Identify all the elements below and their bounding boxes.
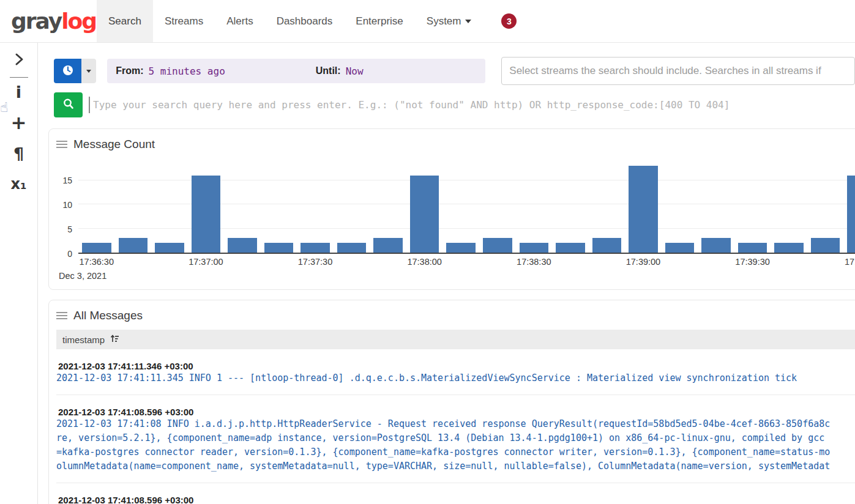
search-query-input[interactable] <box>90 92 855 117</box>
x-tick-label: 17:39:30 <box>735 257 769 267</box>
message-count-chart: 051015 <box>49 161 855 254</box>
panel-title: All Messages <box>73 309 143 322</box>
nav-item-label: Search <box>108 15 141 28</box>
chevron-down-icon <box>465 20 471 23</box>
chart-bar <box>337 243 367 253</box>
main-content: From: 5 minutes ago Until: Now <box>39 43 855 504</box>
chart-bar <box>483 238 512 253</box>
chart-bar <box>738 243 767 253</box>
pilcrow-icon[interactable]: ¶ <box>0 146 37 162</box>
graylog-logo[interactable]: graylog <box>11 0 89 42</box>
search-controls: From: 5 minutes ago Until: Now <box>39 43 855 117</box>
chart-plot[interactable] <box>78 161 855 254</box>
all-messages-panel: All Messages timestamp 2021-12-03 17:41:… <box>48 300 855 504</box>
timestamp-column-header[interactable]: timestamp <box>56 330 855 349</box>
chart-bar <box>701 238 731 253</box>
x-tick-label: 17:37:00 <box>189 257 223 267</box>
chart-bar <box>119 238 148 253</box>
message-timestamp: 2021-12-03 17:41:08.596 +03:00 <box>56 407 855 417</box>
x-subscript-one-icon[interactable]: x₁ <box>0 177 37 191</box>
chart-bar <box>556 243 585 253</box>
nav-items: SearchStreamsAlertsDashboardsEnterpriseS… <box>97 0 483 42</box>
y-tick-label: 10 <box>62 201 72 209</box>
chart-bar <box>847 176 855 253</box>
chart-bar <box>155 243 184 253</box>
message-text-line: =kafka-postgres connector reader, versio… <box>56 445 855 459</box>
message-timestamp: 2021-12-03 17:41:08.596 +03:00 <box>56 495 855 504</box>
chevron-right-icon[interactable] <box>12 53 26 69</box>
until-label: Until: <box>316 65 341 76</box>
nav-item-alerts[interactable]: Alerts <box>215 0 264 42</box>
left-sidebar: i + ¶ x₁ <box>0 43 38 504</box>
message-text-line: re, version=5.2.1}, {component_name=adp … <box>56 431 855 445</box>
chart-bar <box>520 243 549 253</box>
x-tick-label: 17:39:00 <box>626 257 660 267</box>
info-icon[interactable]: i <box>0 84 37 100</box>
message-text-line: olumnMetadata(name=component_name, syste… <box>56 459 855 473</box>
search-submit-button[interactable] <box>54 92 83 117</box>
sidebar-divider <box>10 77 28 78</box>
chart-bar <box>192 176 221 253</box>
x-tick-label: 17:40:00 <box>845 257 855 267</box>
chart-bar <box>592 238 622 253</box>
plus-icon[interactable]: + <box>0 113 37 132</box>
nav-item-label: Alerts <box>226 15 253 28</box>
nav-item-streams[interactable]: Streams <box>153 0 215 42</box>
message-text-line: 2021-12-03 17:41:11.345 INFO 1 --- [ntlo… <box>56 371 855 385</box>
x-tick-label: 17:37:30 <box>298 257 332 267</box>
from-value: 5 minutes ago <box>149 65 225 77</box>
chart-date-label: Dec 3, 2021 <box>59 271 855 281</box>
nav-item-dashboards[interactable]: Dashboards <box>265 0 345 42</box>
chart-bar <box>410 176 439 253</box>
chart-bar <box>228 238 257 253</box>
drag-handle-icon[interactable] <box>56 312 67 313</box>
until-value: Now <box>346 65 364 77</box>
nav-item-enterprise[interactable]: Enterprise <box>344 0 414 42</box>
logo-text-gray: gray <box>11 9 61 34</box>
panel-title: Message Count <box>73 138 155 151</box>
message-row[interactable]: 2021-12-03 17:41:08.596 +03:00 <box>56 495 855 504</box>
x-tick-label: 17:38:30 <box>517 257 551 267</box>
chart-bar <box>811 238 840 253</box>
top-navigation: graylog SearchStreamsAlertsDashboardsEnt… <box>0 0 855 43</box>
search-icon <box>62 98 75 112</box>
time-range-dropdown-button[interactable] <box>81 59 96 83</box>
column-header-label: timestamp <box>62 335 105 345</box>
chart-bar <box>629 166 658 253</box>
chart-bar <box>264 243 294 253</box>
message-list: 2021-12-03 17:41:11.346 +03:002021-12-03… <box>49 361 855 504</box>
chart-bar <box>82 243 111 253</box>
sort-ascending-icon[interactable] <box>110 334 119 345</box>
chart-xaxis: 17:36:3017:37:0017:37:3017:38:0017:38:30… <box>78 254 855 267</box>
clock-icon <box>62 64 74 78</box>
from-label: From: <box>116 65 143 76</box>
nav-item-search[interactable]: Search <box>97 0 153 42</box>
message-count-panel: Message Count 051015 17:36:3017:37:0017:… <box>48 128 855 290</box>
nav-item-label: Enterprise <box>356 15 403 28</box>
nav-item-label: System <box>427 15 461 28</box>
chart-bar <box>665 243 695 253</box>
chevron-down-icon <box>86 70 91 73</box>
x-tick-label: 17:38:00 <box>407 257 441 267</box>
chart-bar <box>301 243 330 253</box>
y-tick-label: 0 <box>67 250 72 258</box>
chart-bar <box>774 243 804 253</box>
nav-item-label: Streams <box>165 15 203 28</box>
nav-item-label: Dashboards <box>277 15 333 28</box>
notification-badge[interactable]: 3 <box>501 13 517 29</box>
nav-item-system[interactable]: System <box>415 0 484 42</box>
message-row[interactable]: 2021-12-03 17:41:11.346 +03:002021-12-03… <box>56 361 855 395</box>
drag-handle-icon[interactable] <box>56 141 67 142</box>
stream-select-input[interactable] <box>501 57 855 85</box>
message-text-line: 2021-12-03 17:41:08 INFO i.a.d.j.p.http.… <box>56 417 855 431</box>
y-tick-label: 15 <box>62 176 72 185</box>
chart-yaxis: 051015 <box>49 161 78 254</box>
message-row[interactable]: 2021-12-03 17:41:08.596 +03:002021-12-03… <box>56 407 855 483</box>
x-tick-label: 17:36:30 <box>80 257 114 267</box>
message-timestamp: 2021-12-03 17:41:11.346 +03:00 <box>56 361 855 371</box>
time-range-button[interactable] <box>54 59 81 83</box>
chart-bar <box>373 238 403 253</box>
time-range-display[interactable]: From: 5 minutes ago Until: Now <box>107 59 485 83</box>
logo-text-log: log <box>61 9 96 34</box>
chart-bar <box>446 243 476 253</box>
